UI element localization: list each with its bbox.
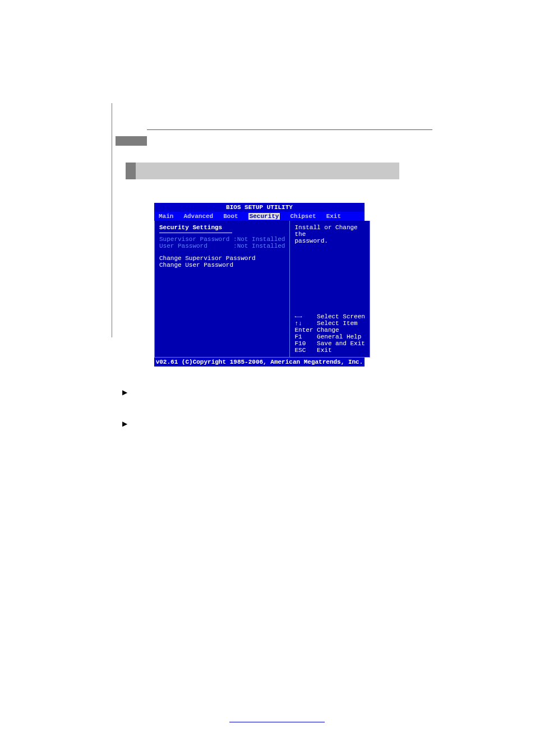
grey-block-small: [116, 136, 147, 146]
menu-boot: Boot: [223, 213, 238, 220]
supervisor-value: :Not Installed: [233, 236, 285, 243]
user-label: User Password: [159, 243, 207, 249]
menu-security: Security: [248, 213, 280, 220]
triangle-bullet-icon: ▶: [122, 420, 127, 428]
bios-menubar: Main Advanced Boot Security Chipset Exit: [154, 212, 365, 221]
bios-title: BIOS SETUP UTILITY: [154, 203, 365, 212]
user-value: :Not Installed: [233, 243, 285, 249]
grey-block-wide-left: [126, 163, 136, 179]
horizontal-rule: [147, 129, 432, 130]
nav-f10: F10 Save and Exit: [294, 340, 365, 347]
bios-body: Security Settings Supervisor Password :N…: [154, 221, 365, 358]
section-divider: [159, 233, 232, 233]
security-settings-title: Security Settings: [159, 224, 285, 231]
menu-chipset: Chipset: [290, 213, 316, 220]
user-row: User Password :Not Installed: [159, 243, 285, 249]
menu-main: Main: [159, 213, 173, 220]
page-footer-rule: [229, 722, 325, 722]
nav-enter: Enter Change: [294, 327, 365, 333]
bios-right-panel: Install or Change the password. ←→ Selec…: [290, 221, 370, 358]
nav-esc: ESC Exit: [294, 347, 365, 354]
bios-left-panel: Security Settings Supervisor Password :N…: [154, 221, 290, 358]
vertical-rule: [112, 103, 112, 337]
change-supervisor-password: Change Supervisor Password: [159, 255, 285, 262]
supervisor-label: Supervisor Password: [159, 236, 229, 243]
menu-exit: Exit: [326, 213, 341, 220]
change-user-password: Change User Password: [159, 262, 285, 268]
nav-lr: ←→ Select Screen: [294, 313, 365, 320]
menu-advanced: Advanced: [183, 213, 213, 220]
bios-footer: v02.61 (C)Copyright 1985-2006, American …: [154, 358, 365, 367]
help-text: Install or Change the password.: [294, 224, 365, 244]
nav-ud: ↑↓ Select Item: [294, 320, 365, 327]
bios-screenshot: BIOS SETUP UTILITY Main Advanced Boot Se…: [154, 203, 365, 365]
help-line-1: Install or Change the: [294, 224, 365, 238]
nav-hints: ←→ Select Screen ↑↓ Select Item Enter Ch…: [294, 313, 365, 354]
triangle-bullet-icon: ▶: [122, 388, 127, 396]
supervisor-row: Supervisor Password :Not Installed: [159, 236, 285, 243]
help-line-2: password.: [294, 238, 365, 244]
spacer: [159, 249, 285, 255]
nav-f1: F1 General Help: [294, 333, 365, 340]
grey-block-wide: [126, 163, 399, 179]
